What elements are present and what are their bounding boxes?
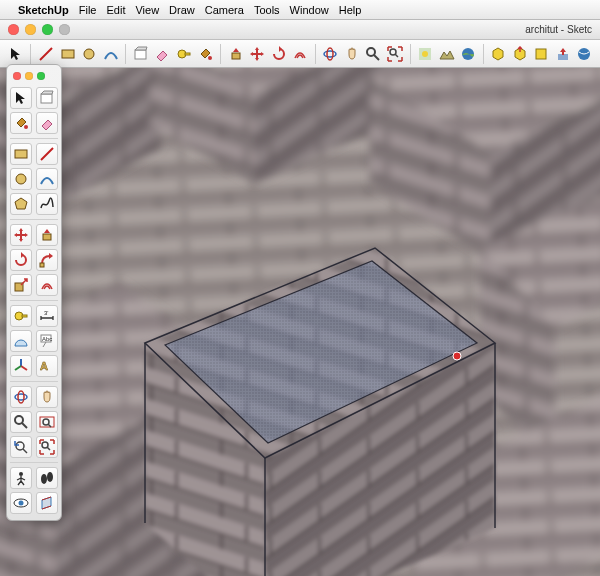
svg-point-5 <box>208 56 212 60</box>
axes-tool[interactable] <box>10 355 32 377</box>
dimension-tool[interactable]: 3' <box>36 305 58 327</box>
position-camera[interactable] <box>10 467 32 489</box>
zoom-extents[interactable] <box>385 43 404 65</box>
menu-view[interactable]: View <box>135 4 159 16</box>
add-location[interactable] <box>415 43 434 65</box>
palette-min-button[interactable] <box>25 72 33 80</box>
palette-separator <box>10 219 58 220</box>
svg-rect-6 <box>232 53 240 59</box>
svg-rect-2 <box>135 50 146 59</box>
pan-tool[interactable] <box>36 386 58 408</box>
polygon-tool[interactable] <box>10 193 32 215</box>
move-tool[interactable] <box>10 224 32 246</box>
large-tool-palette[interactable]: 3' Abc A <box>6 64 62 521</box>
svg-point-7 <box>324 51 336 57</box>
arc-tool[interactable] <box>36 168 58 190</box>
orbit-tool[interactable] <box>10 386 32 408</box>
scale-tool[interactable] <box>10 274 32 296</box>
toolbar-separator <box>483 44 484 64</box>
circle-tool[interactable] <box>10 168 32 190</box>
rotate-tool[interactable] <box>10 249 32 271</box>
window-toolbar-toggle[interactable] <box>59 24 70 35</box>
svg-point-59 <box>24 125 28 129</box>
menu-file[interactable]: File <box>79 4 97 16</box>
tape-measure[interactable] <box>10 305 32 327</box>
get-models[interactable] <box>489 43 508 65</box>
line-tool[interactable] <box>36 43 55 65</box>
zoom-tool[interactable] <box>10 411 32 433</box>
select-tool[interactable] <box>10 87 32 109</box>
eraser-tool[interactable] <box>153 43 172 65</box>
paint-bucket[interactable] <box>10 112 32 134</box>
section-plane[interactable] <box>36 492 58 514</box>
mac-menubar: SketchUp File Edit View Draw Camera Tool… <box>0 0 600 20</box>
toggle-terrain[interactable] <box>437 43 456 65</box>
orbit-tool[interactable] <box>321 43 340 65</box>
palette-titlebar[interactable] <box>10 69 58 83</box>
toolbar-separator <box>30 44 31 64</box>
palette-zoom-button[interactable] <box>37 72 45 80</box>
menu-draw[interactable]: Draw <box>169 4 195 16</box>
window-close-button[interactable] <box>8 24 19 35</box>
offset-tool[interactable] <box>36 274 58 296</box>
menu-help[interactable]: Help <box>339 4 362 16</box>
palette-close-button[interactable] <box>13 72 21 80</box>
3d-text-tool[interactable]: A <box>36 355 58 377</box>
arc-tool[interactable] <box>101 43 120 65</box>
toolbar-separator <box>410 44 411 64</box>
pan-tool[interactable] <box>342 43 361 65</box>
svg-rect-14 <box>536 49 546 59</box>
share-component[interactable] <box>532 43 551 65</box>
svg-rect-58 <box>41 94 52 103</box>
preview-ge[interactable] <box>575 43 594 65</box>
push-pull[interactable] <box>226 43 245 65</box>
protractor-tool[interactable] <box>10 330 32 352</box>
eraser-tool[interactable] <box>36 112 58 134</box>
svg-point-77 <box>16 442 24 450</box>
rotate-tool[interactable] <box>269 43 288 65</box>
google-earth[interactable] <box>458 43 477 65</box>
svg-point-73 <box>18 391 24 403</box>
svg-rect-4 <box>185 53 190 55</box>
look-around[interactable] <box>10 492 32 514</box>
upload[interactable] <box>553 43 572 65</box>
svg-rect-0 <box>62 50 74 58</box>
svg-rect-67 <box>22 315 27 317</box>
share-model[interactable] <box>510 43 529 65</box>
menu-tools[interactable]: Tools <box>254 4 280 16</box>
tape-measure[interactable] <box>174 43 193 65</box>
move-tool[interactable] <box>247 43 266 65</box>
zoom-tool[interactable] <box>364 43 383 65</box>
push-pull[interactable] <box>36 224 58 246</box>
svg-point-83 <box>19 501 24 506</box>
app-menu[interactable]: SketchUp <box>18 4 69 16</box>
zoom-window[interactable] <box>36 411 58 433</box>
line-tool[interactable] <box>36 143 58 165</box>
window-zoom-button[interactable] <box>42 24 53 35</box>
window-minimize-button[interactable] <box>25 24 36 35</box>
previous-view[interactable] <box>10 436 32 458</box>
make-component[interactable] <box>36 87 58 109</box>
menu-camera[interactable]: Camera <box>205 4 244 16</box>
make-component[interactable] <box>131 43 150 65</box>
freehand-tool[interactable] <box>36 193 58 215</box>
menu-edit[interactable]: Edit <box>106 4 125 16</box>
menu-window[interactable]: Window <box>290 4 329 16</box>
toolbar-separator <box>220 44 221 64</box>
text-tool[interactable]: Abc <box>36 330 58 352</box>
svg-point-12 <box>422 51 428 57</box>
rectangle-tool[interactable] <box>58 43 77 65</box>
rectangle-tool[interactable] <box>10 143 32 165</box>
window-titlebar: architut - Sketc <box>0 20 600 40</box>
zoom-extents[interactable] <box>36 436 58 458</box>
paint-bucket[interactable] <box>196 43 215 65</box>
palette-separator <box>10 381 58 382</box>
svg-point-8 <box>327 48 333 60</box>
model-viewport[interactable] <box>0 68 600 576</box>
circle-tool[interactable] <box>79 43 98 65</box>
follow-me[interactable] <box>36 249 58 271</box>
walk-tool[interactable] <box>36 467 58 489</box>
offset-tool[interactable] <box>290 43 309 65</box>
svg-rect-64 <box>40 263 44 267</box>
select-tool[interactable] <box>6 43 25 65</box>
